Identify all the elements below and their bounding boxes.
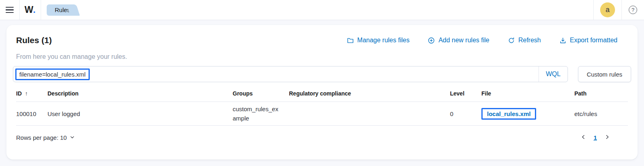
folder-icon xyxy=(347,37,354,44)
search-query-value[interactable]: filename=local_rules.xml xyxy=(15,68,90,80)
column-header-description[interactable]: Description xyxy=(47,90,233,97)
rows-per-page-label: Rows per page: 10 xyxy=(16,134,67,141)
menu-hamburger-icon[interactable] xyxy=(0,0,19,20)
custom-rules-button[interactable]: Custom rules xyxy=(578,66,631,82)
action-label: Manage rules files xyxy=(357,37,410,44)
column-header-regulatory-compliance[interactable]: Regulatory compliance xyxy=(289,90,450,97)
top-app-bar: W. Rules a ? xyxy=(0,0,644,20)
panel-actions: Manage rules files Add new rules file xyxy=(347,37,628,44)
chevron-down-icon xyxy=(70,134,75,141)
plus-circle-icon xyxy=(428,37,435,44)
topbar-divider xyxy=(621,0,622,20)
cell-rule-id: 100010 xyxy=(16,110,47,117)
rules-search-input[interactable]: filename=local_rules.xml WQL xyxy=(13,66,568,82)
rules-panel: Rules (1) Manage rules files Add new rul… xyxy=(6,25,638,160)
page-subtitle: From here you can manage your rules. xyxy=(16,53,628,60)
topbar-divider xyxy=(41,0,41,20)
topbar-divider xyxy=(593,0,594,20)
rule-file-link[interactable]: local_rules.xml xyxy=(487,110,530,117)
download-icon xyxy=(559,37,566,44)
file-link-highlight: local_rules.xml xyxy=(481,108,536,120)
column-header-level[interactable]: Level xyxy=(450,90,481,97)
rows-per-page-selector[interactable]: Rows per page: 10 xyxy=(16,134,75,141)
breadcrumb-tab-rules[interactable]: Rules xyxy=(47,4,72,16)
app-logo[interactable]: W. xyxy=(20,4,41,15)
column-header-groups[interactable]: Groups xyxy=(233,90,289,97)
table-row[interactable]: 100010 User logged custom_rules_example … xyxy=(16,102,628,126)
add-new-rules-file-button[interactable]: Add new rules file xyxy=(428,37,489,44)
chevron-right-icon xyxy=(605,134,610,141)
action-label: Add new rules file xyxy=(438,37,489,44)
user-avatar[interactable]: a xyxy=(600,2,615,17)
action-label: Export formatted xyxy=(570,37,617,44)
manage-rules-files-button[interactable]: Manage rules files xyxy=(347,37,410,44)
table-header-row: ID ↑ Description Groups Regulatory compl… xyxy=(16,90,628,102)
column-header-path[interactable]: Path xyxy=(574,90,628,97)
refresh-button[interactable]: Refresh xyxy=(508,37,541,44)
action-label: Refresh xyxy=(518,37,541,44)
column-header-id[interactable]: ID ↑ xyxy=(16,90,47,97)
cell-level: 0 xyxy=(450,110,481,117)
cell-groups: custom_rules_example xyxy=(233,104,289,123)
next-page-button[interactable] xyxy=(603,133,612,143)
pagination: 1 xyxy=(579,133,628,143)
column-header-file[interactable]: File xyxy=(481,90,574,97)
previous-page-button[interactable] xyxy=(579,133,588,143)
export-formatted-button[interactable]: Export formatted xyxy=(559,37,617,44)
page-number-1[interactable]: 1 xyxy=(592,133,599,142)
page-title: Rules (1) xyxy=(16,35,52,45)
rules-table: ID ↑ Description Groups Regulatory compl… xyxy=(16,90,628,126)
refresh-icon xyxy=(508,37,515,44)
logo-text: W. xyxy=(25,4,36,15)
cell-description: User logged xyxy=(47,110,233,117)
cell-path: etc/rules xyxy=(574,110,628,117)
chevron-left-icon xyxy=(580,134,586,141)
sort-ascending-icon: ↑ xyxy=(25,90,28,97)
wql-language-button[interactable]: WQL xyxy=(539,71,567,78)
help-icon[interactable]: ? xyxy=(629,6,637,14)
